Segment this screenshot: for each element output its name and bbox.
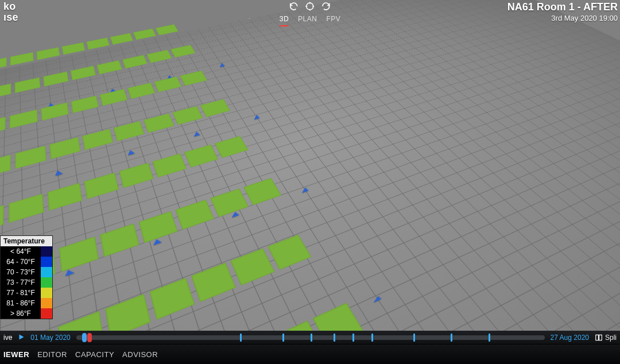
svg-rect-6 bbox=[596, 335, 599, 340]
legend-swatch bbox=[41, 257, 52, 267]
legend-swatch bbox=[41, 267, 52, 277]
rotate-ccw-icon[interactable] bbox=[289, 1, 299, 11]
timeline-end-date[interactable]: 27 Aug 2020 bbox=[551, 334, 589, 342]
timeline-bar: ive 01 May 2020 27 Aug 2020 Spli bbox=[0, 331, 620, 344]
legend-label: < 64°F bbox=[1, 246, 41, 257]
legend-row: 70 - 73°F bbox=[1, 267, 52, 277]
live-label: ive bbox=[3, 334, 12, 342]
legend-row: < 64°F bbox=[1, 246, 52, 257]
svg-rect-7 bbox=[599, 335, 602, 340]
timeline-handle[interactable] bbox=[82, 333, 87, 342]
view-tool-icons bbox=[280, 1, 341, 11]
legend-label: 70 - 73°F bbox=[1, 267, 41, 277]
view-mode-fpv[interactable]: FPV bbox=[326, 15, 340, 26]
bottom-mode-tabs: IEWEREDITORCAPACITYADVISOR bbox=[0, 344, 620, 364]
room-title-block: NA61 Room 1 - AFTER 3rd May 2020 19:00 bbox=[505, 0, 620, 24]
timeline-handle[interactable] bbox=[87, 333, 92, 342]
legend-label: > 86°F bbox=[1, 308, 41, 319]
reticle-icon[interactable] bbox=[305, 1, 315, 11]
tab-viewer[interactable]: IEWER bbox=[3, 350, 29, 359]
temperature-legend: Temperature < 64°F64 - 70°F70 - 73°F73 -… bbox=[0, 235, 53, 319]
tab-capacity[interactable]: CAPACITY bbox=[75, 350, 114, 359]
legend-row: 77 - 81°F bbox=[1, 288, 52, 298]
tab-advisor[interactable]: ADVISOR bbox=[122, 350, 158, 359]
timeline-marker[interactable] bbox=[371, 334, 373, 342]
timeline-marker[interactable] bbox=[282, 334, 284, 342]
app-logo: ko ıse bbox=[0, 0, 22, 24]
tab-editor[interactable]: EDITOR bbox=[37, 350, 67, 359]
viewport-3d[interactable] bbox=[0, 0, 620, 334]
timeline-start-date[interactable]: 01 May 2020 bbox=[30, 334, 70, 342]
timeline-marker[interactable] bbox=[311, 334, 312, 342]
timeline-marker[interactable] bbox=[240, 334, 242, 342]
legend-row: 81 - 86°F bbox=[1, 298, 52, 308]
logo-line1: ko bbox=[3, 1, 16, 12]
legend-swatch bbox=[41, 308, 52, 319]
legend-row: > 86°F bbox=[1, 308, 52, 319]
room-title: NA61 Room 1 - AFTER bbox=[507, 1, 618, 14]
top-center-controls: 3DPLANFPV bbox=[280, 0, 341, 26]
timeline-marker[interactable] bbox=[352, 334, 354, 342]
play-button[interactable] bbox=[18, 334, 25, 342]
legend-title: Temperature bbox=[1, 236, 52, 246]
view-mode-plan[interactable]: PLAN bbox=[298, 15, 317, 26]
logo-line2: ıse bbox=[3, 12, 18, 23]
view-mode-3d[interactable]: 3D bbox=[280, 15, 289, 26]
split-view-button[interactable]: Spli bbox=[595, 334, 617, 342]
timeline-marker[interactable] bbox=[413, 334, 415, 342]
legend-swatch bbox=[41, 298, 52, 308]
timeline-marker[interactable] bbox=[334, 334, 335, 342]
legend-label: 73 - 77°F bbox=[1, 277, 41, 288]
legend-label: 77 - 81°F bbox=[1, 288, 41, 298]
timeline-marker[interactable] bbox=[451, 334, 452, 342]
view-mode-tabs: 3DPLANFPV bbox=[280, 15, 341, 26]
legend-label: 64 - 70°F bbox=[1, 257, 41, 267]
svg-marker-5 bbox=[20, 334, 24, 339]
legend-swatch bbox=[41, 288, 52, 298]
legend-swatch bbox=[41, 246, 52, 257]
timeline-marker[interactable] bbox=[489, 334, 490, 342]
split-label: Spli bbox=[605, 334, 617, 342]
legend-row: 64 - 70°F bbox=[1, 257, 52, 267]
scene-datetime: 3rd May 2020 19:00 bbox=[507, 14, 618, 23]
rotate-cw-icon[interactable] bbox=[321, 1, 331, 11]
timeline-track[interactable] bbox=[76, 335, 545, 340]
legend-label: 81 - 86°F bbox=[1, 298, 41, 308]
legend-row: 73 - 77°F bbox=[1, 277, 52, 288]
svg-point-0 bbox=[307, 3, 313, 10]
legend-swatch bbox=[41, 277, 52, 288]
